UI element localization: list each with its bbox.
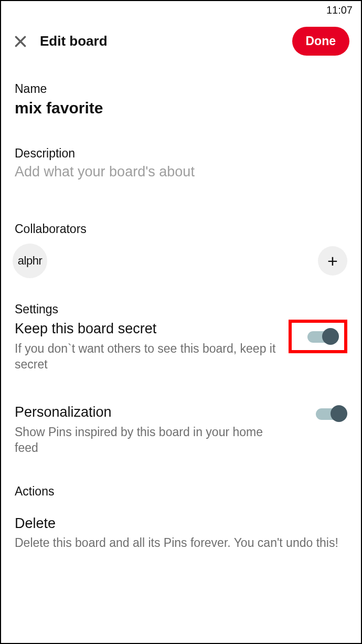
secret-toggle-desc: If you don`t want others to see this boa…	[15, 341, 277, 373]
secret-toggle[interactable]	[306, 327, 339, 346]
settings-label: Settings	[15, 302, 347, 316]
status-time: 11:07	[326, 4, 353, 16]
secret-toggle-title: Keep this board secret	[15, 321, 277, 337]
page-title: Edit board	[40, 33, 292, 49]
add-collaborator-button[interactable]: +	[318, 246, 347, 276]
description-input[interactable]: Add what your board's about	[15, 164, 347, 180]
personalization-toggle[interactable]	[315, 404, 347, 423]
collaborator-avatar[interactable]: alphr	[13, 244, 47, 278]
personalization-title: Personalization	[15, 404, 277, 420]
delete-desc: Delete this board and all its Pins forev…	[15, 536, 347, 550]
delete-button[interactable]: Delete	[15, 515, 347, 532]
actions-label: Actions	[15, 484, 347, 499]
highlight-annotation	[289, 320, 347, 353]
plus-icon: +	[327, 251, 338, 271]
board-name-input[interactable]: mix favorite	[15, 99, 347, 117]
personalization-desc: Show Pins inspired by this board in your…	[15, 425, 277, 456]
collaborators-label: Collaborators	[15, 222, 347, 236]
header: Edit board Done	[1, 16, 361, 61]
description-label: Description	[15, 146, 347, 161]
close-icon[interactable]	[13, 34, 28, 49]
done-button[interactable]: Done	[292, 27, 350, 56]
name-label: Name	[15, 82, 347, 96]
status-bar: 11:07	[1, 1, 361, 16]
